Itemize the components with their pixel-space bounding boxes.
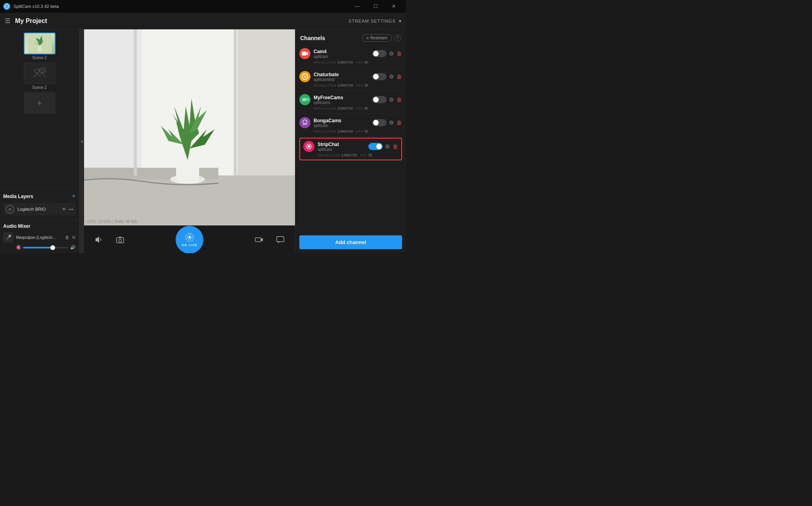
maximize-button[interactable]: ☐ [366,0,385,13]
scene-preview-empty [25,63,55,83]
svg-point-18 [119,239,122,242]
layer-item[interactable]: ⊙ Logitech BRIO 👁 ••• [3,203,76,215]
channel-actions-bongacams: ⚙ 🗑 [372,119,402,126]
stream-settings-button[interactable]: STREAM SETTINGS [349,19,396,23]
channel-row-myfreecams: MFC MyFreeCams splitcams ⚙ 🗑 [299,94,402,105]
channel-trash-cam4[interactable]: 🗑 [396,50,402,57]
topbar-right: STREAM SETTINGS ▾ [349,18,401,24]
channel-sub-myfreecams: splitcams [314,100,369,105]
collapse-arrow-icon: ◀ [80,140,83,143]
scene-item-2[interactable]: Scene 2 [3,62,76,90]
channel-trash-stripchat[interactable]: 🗑 [393,143,398,150]
channel-row-chaturbate: Chaturbate splitcamtest ⚙ 🗑 [299,71,402,82]
channel-toggle-chaturbate[interactable] [372,73,387,80]
help-icon[interactable]: ? [394,35,401,42]
scene-item[interactable]: Scene 2 [3,33,76,60]
volume-button[interactable] [92,233,105,246]
channel-row-bongacams: BongaCams splitcam ⚙ 🗑 [299,117,402,128]
channel-trash-chaturbate[interactable]: 🗑 [396,73,402,80]
svg-rect-16 [234,29,237,175]
channel-resolution-myfreecams: RESOLUTION 1280x720 FPS 30 [299,106,402,110]
channel-trash-bongacams[interactable]: 🗑 [396,119,402,126]
channel-item-bongacams: BongaCams splitcam ⚙ 🗑 RESOLUTION 128 [299,114,402,137]
svg-rect-6 [40,69,42,71]
channel-gear-myfreecams[interactable]: ⚙ [389,96,394,103]
audio-device-label: Микрофон (Logitech… [16,235,63,240]
video-record-button[interactable] [252,233,266,246]
channel-item-chaturbate: Chaturbate splitcamtest ⚙ 🗑 RESOLUTIO [299,68,402,91]
svg-rect-7 [43,69,44,71]
svg-point-21 [188,236,191,239]
bottom-toolbar: GO LIVE [84,225,295,253]
channel-gear-chaturbate[interactable]: ⚙ [389,73,394,80]
layer-eye-icon[interactable]: 👁 [62,207,66,212]
camera-snapshot-button[interactable] [113,233,127,246]
channel-gear-stripchat[interactable]: ⚙ [385,143,390,150]
channel-info-bongacams: BongaCams splitcam [314,118,369,128]
scenes-list: Scene 2 [0,29,79,189]
chevron-down-icon: ▾ [399,18,401,24]
menu-icon[interactable]: ☰ [5,17,10,25]
channel-resolution-cam4: RESOLUTION 1280x720 FPS 30 [299,60,402,64]
titlebar: SplitCam v10.3.42 beta — ☐ ✕ [0,0,406,13]
titlebar-left: SplitCam v10.3.42 beta [3,3,59,10]
toolbar-right [252,233,287,246]
channel-trash-myfreecams[interactable]: 🗑 [396,96,402,103]
svg-point-27 [303,120,307,124]
restream-dot [366,37,369,39]
close-button[interactable]: ✕ [385,0,403,13]
minimize-button[interactable]: — [348,0,366,13]
vol-high-icon[interactable]: 🔊 [70,245,76,250]
channels-title: Channels [300,35,325,41]
scene-thumbnail-2[interactable] [24,62,56,84]
channel-actions-myfreecams: ⚙ 🗑 [372,96,402,103]
channel-avatar-stripchat [303,141,314,152]
volume-thumb [50,245,55,250]
toggle-knob-cam4 [373,51,379,56]
channel-name-bongacams: BongaCams [314,118,369,123]
vol-mute-icon[interactable]: 🔇 [16,245,21,250]
channel-toggle-bongacams[interactable] [372,119,387,126]
media-layers-title: Media Layers [3,194,33,199]
channel-actions-cam4: ⚙ 🗑 [372,50,402,57]
channel-info-stripchat: StripChat splitcam [318,142,365,152]
channel-gear-bongacams[interactable]: ⚙ [389,119,394,126]
right-panel: Channels Restream ? [295,29,406,253]
add-scene-button[interactable]: + [24,92,56,114]
toggle-knob-stripchat [376,144,382,149]
svg-text:MFC: MFC [302,98,309,102]
channel-toggle-myfreecams[interactable] [372,96,387,103]
channel-info-myfreecams: MyFreeCams splitcams [314,95,369,105]
scene-thumbnail-1[interactable] [24,33,56,54]
channel-sub-chaturbate: splitcamtest [314,77,369,82]
volume-slider[interactable] [23,247,69,248]
add-channel-button[interactable]: Add channel [299,235,402,249]
media-layers-panel: Media Layers + ⊙ Logitech BRIO 👁 ••• [0,189,79,220]
layer-more-icon[interactable]: ••• [69,207,73,212]
add-scene-item[interactable]: + [3,92,76,114]
collapse-handle[interactable]: ◀ [79,29,84,253]
project-title: My Project [15,17,47,25]
restream-button[interactable]: Restream [362,34,392,42]
channel-toggle-cam4[interactable] [372,50,387,57]
channel-toggle-stripchat[interactable] [368,143,383,150]
audio-trash-icon[interactable]: 🗑 [65,235,69,240]
channel-info-cam4: Cam4 splitcam [314,49,369,59]
channels-header-right: Restream ? [362,34,401,42]
svg-point-29 [308,145,310,148]
scene-1-label: Scene 2 [32,56,47,60]
topbar-left: ☰ My Project [5,17,47,25]
left-panel: Scene 2 [0,29,79,253]
audio-mixer-title: Audio Mixer [3,223,76,229]
channel-item-stripchat: ➤ StripChat splitcam [299,138,402,160]
chat-button[interactable] [274,233,287,246]
add-layer-button[interactable]: + [71,192,76,200]
volume-row: 🔇 🔊 [3,245,76,250]
channel-info-chaturbate: Chaturbate splitcamtest [314,72,369,82]
app-icon [3,3,10,10]
channel-sub-bongacams: splitcam [314,123,369,128]
go-live-button[interactable]: GO LIVE [176,226,203,254]
titlebar-controls: — ☐ ✕ [348,0,403,13]
audio-gear-icon[interactable]: ⚙ [72,235,76,240]
channel-gear-cam4[interactable]: ⚙ [389,50,394,57]
